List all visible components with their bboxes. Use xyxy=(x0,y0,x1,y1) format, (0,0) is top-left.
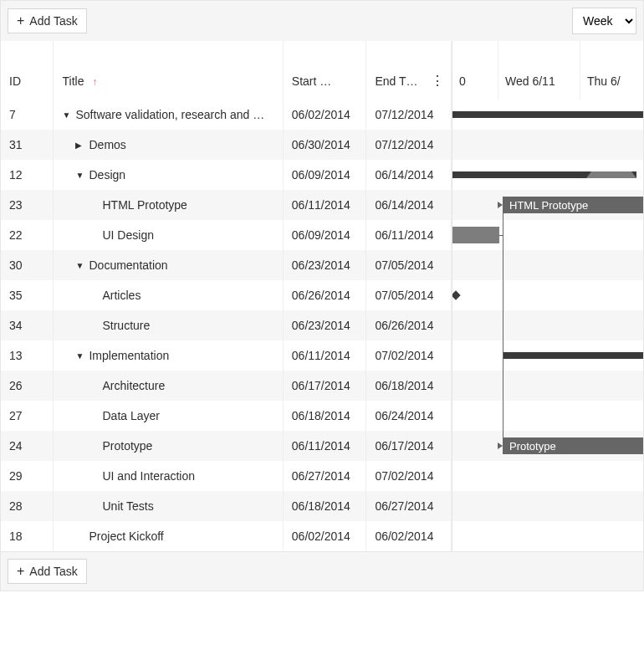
toolbar: + Add Task DayWeekMonthYear xyxy=(1,1,643,41)
bar-label: HTML Prototype xyxy=(509,199,588,212)
gantt-summary-bar[interactable] xyxy=(503,352,643,359)
timeline-header-cell[interactable]: 0 xyxy=(452,41,498,100)
task-title: Prototype xyxy=(102,439,152,453)
table-row[interactable]: 34Structure06/23/201406/26/2014 xyxy=(1,310,452,340)
cell-end: 07/02/2014 xyxy=(366,461,452,491)
cell-id: 31 xyxy=(1,130,54,160)
cell-end: 06/11/2014 xyxy=(366,220,452,250)
milestone[interactable] xyxy=(452,290,461,299)
cell-start: 06/02/2014 xyxy=(283,100,366,130)
task-title: Unit Tests xyxy=(102,499,153,513)
col-header-start[interactable]: Start … xyxy=(283,41,366,100)
cell-start: 06/23/2014 xyxy=(283,250,366,280)
cell-end: 07/05/2014 xyxy=(366,250,452,280)
task-title: HTML Prototype xyxy=(102,198,187,212)
cell-start: 06/18/2014 xyxy=(283,401,366,431)
table-row[interactable]: 26Architecture06/17/201406/18/2014 xyxy=(1,371,452,401)
cell-title: Articles xyxy=(54,280,283,310)
gantt-task-bar[interactable]: Prototype xyxy=(503,437,643,454)
table-row[interactable]: 30▼Documentation06/23/201407/05/2014 xyxy=(1,250,452,280)
col-header-end[interactable]: End T… ⋮ xyxy=(366,41,452,100)
task-title: Documentation xyxy=(89,258,167,272)
cell-start: 06/23/2014 xyxy=(283,310,366,340)
timeline-body: HTML PrototypePrototype xyxy=(452,100,643,551)
table-row[interactable]: 28Unit Tests06/18/201406/27/2014 xyxy=(1,491,452,521)
timeline-row: Prototype xyxy=(452,431,643,461)
cell-start: 06/18/2014 xyxy=(283,491,366,521)
timeline-row xyxy=(452,100,643,130)
view-select[interactable]: DayWeekMonthYear xyxy=(572,8,636,34)
add-task-button-footer[interactable]: + Add Task xyxy=(8,559,87,584)
column-menu-icon[interactable]: ⋮ xyxy=(431,74,444,88)
chevron-right-icon[interactable]: ▶ xyxy=(75,141,84,150)
gantt-summary-bar[interactable] xyxy=(586,171,636,178)
timeline-pane: 0Wed 6/11Thu 6/ HTML PrototypePrototype xyxy=(452,41,643,551)
table-row[interactable]: 24Prototype06/11/201406/17/2014 xyxy=(1,431,452,461)
timeline-row xyxy=(452,130,643,160)
timeline-row xyxy=(452,340,643,371)
chevron-down-icon[interactable]: ▼ xyxy=(75,261,84,270)
cell-end: 06/17/2014 xyxy=(366,431,452,461)
task-title: UI Design xyxy=(102,228,153,242)
content: ID Title ↑ Start … End T… ⋮ 7▼Software v… xyxy=(1,41,643,551)
cell-id: 22 xyxy=(1,220,54,250)
task-tbody: 7▼Software validation, research and …06/… xyxy=(1,100,452,551)
task-title: Structure xyxy=(102,319,150,332)
cell-title: Structure xyxy=(54,310,283,340)
task-title: Data Layer xyxy=(102,409,159,422)
table-row[interactable]: 35Articles06/26/201407/05/2014 xyxy=(1,280,452,310)
cell-end: 06/18/2014 xyxy=(366,371,452,401)
table-row[interactable]: 12▼Design06/09/201406/14/2014 xyxy=(1,160,452,190)
task-title: Architecture xyxy=(102,379,165,392)
cell-title: Data Layer xyxy=(54,401,283,431)
timeline-row xyxy=(452,491,643,521)
cell-title: ▶Demos xyxy=(54,130,283,160)
cell-title: Prototype xyxy=(54,431,283,461)
timeline-header-cell[interactable]: Wed 6/11 xyxy=(498,41,580,100)
table-row[interactable]: 29UI and Interaction06/27/201407/02/2014 xyxy=(1,461,452,491)
chevron-down-icon[interactable]: ▼ xyxy=(75,351,84,361)
cell-id: 34 xyxy=(1,310,54,340)
gantt-task-bar[interactable] xyxy=(452,227,499,243)
table-row[interactable]: 18Project Kickoff06/02/201406/02/2014 xyxy=(1,521,452,551)
col-header-id[interactable]: ID xyxy=(1,41,54,100)
table-row[interactable]: 31▶Demos06/30/201407/12/2014 xyxy=(1,130,452,160)
timeline-rows: HTML PrototypePrototype xyxy=(452,100,643,551)
plus-icon: + xyxy=(17,565,24,578)
gantt-container: + Add Task DayWeekMonthYear ID Title ↑ xyxy=(0,0,644,591)
timeline-row xyxy=(452,521,643,551)
gantt-summary-bar[interactable] xyxy=(452,111,643,118)
table-row[interactable]: 13▼Implementation06/11/201407/02/2014 xyxy=(1,340,452,371)
dependency-arrow-icon xyxy=(498,442,503,449)
cell-id: 12 xyxy=(1,160,54,190)
cell-id: 28 xyxy=(1,491,54,521)
table-row[interactable]: 23HTML Prototype06/11/201406/14/2014 xyxy=(1,190,452,220)
timeline-row xyxy=(452,250,643,280)
timeline-header-cell[interactable]: Thu 6/ xyxy=(580,41,643,100)
col-header-title[interactable]: Title ↑ xyxy=(54,41,283,100)
table-row[interactable]: 27Data Layer06/18/201406/24/2014 xyxy=(1,401,452,431)
add-task-button[interactable]: + Add Task xyxy=(8,8,87,33)
table-row[interactable]: 22UI Design06/09/201406/11/2014 xyxy=(1,220,452,250)
chevron-down-icon[interactable]: ▼ xyxy=(75,171,84,180)
plus-icon: + xyxy=(17,14,24,28)
dependency-line xyxy=(503,205,503,235)
cell-id: 26 xyxy=(1,371,54,401)
timeline-row xyxy=(452,280,643,310)
dependency-arrow-icon xyxy=(498,202,503,208)
cell-end: 06/02/2014 xyxy=(366,521,452,551)
cell-title: Project Kickoff xyxy=(54,521,283,551)
cell-start: 06/30/2014 xyxy=(283,130,366,160)
cell-start: 06/11/2014 xyxy=(283,190,366,220)
gantt-task-bar[interactable]: HTML Prototype xyxy=(503,197,643,213)
footer: + Add Task xyxy=(1,551,643,591)
cell-start: 06/02/2014 xyxy=(283,521,366,551)
chevron-down-icon[interactable]: ▼ xyxy=(62,110,70,120)
cell-id: 35 xyxy=(1,280,54,310)
table-row[interactable]: 7▼Software validation, research and …06/… xyxy=(1,100,452,130)
gantt-summary-bar[interactable] xyxy=(452,171,586,178)
cell-title: UI Design xyxy=(54,220,283,250)
bar-label: Prototype xyxy=(509,440,556,453)
cell-end: 07/12/2014 xyxy=(366,100,452,130)
task-title: Project Kickoff xyxy=(89,529,163,543)
